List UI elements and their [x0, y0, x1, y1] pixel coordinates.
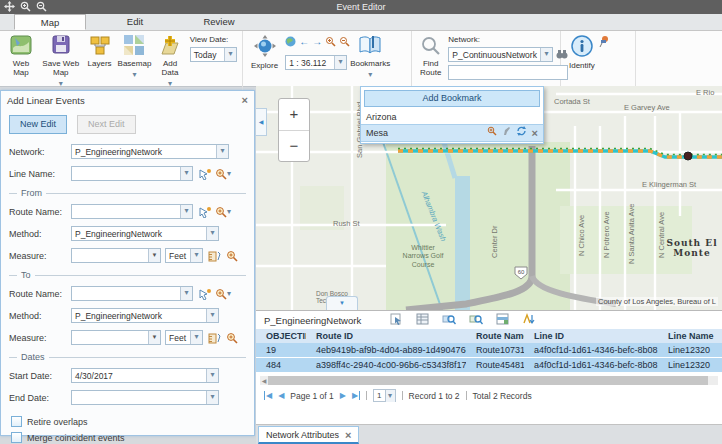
page-text: Page 1 of 1	[290, 391, 333, 401]
select-route-icon[interactable]	[197, 205, 211, 218]
bookmark-zoom-icon[interactable]	[487, 126, 497, 140]
zoom-in-icon[interactable]	[20, 1, 31, 12]
tab-review[interactable]: Review	[184, 14, 254, 30]
table-row[interactable]: 484 a398ff4c-2940-4c00-96b6-c5343f8f1711…	[256, 358, 722, 372]
bookmark-refresh-icon[interactable]	[516, 126, 527, 140]
page-select[interactable]: 1	[373, 389, 395, 402]
column-header[interactable]: Line Name	[658, 329, 722, 343]
street-label: E Klingerman St	[642, 180, 696, 189]
caret-icon	[190, 331, 202, 344]
explore-button[interactable]: Explore	[248, 33, 281, 71]
panel-network-select[interactable]: P_EngineeringNetwork	[71, 144, 229, 159]
app-title: Event Editor	[0, 0, 722, 14]
save-web-map-button[interactable]: Save Web Map	[37, 33, 85, 91]
column-header[interactable]: OBJECTID	[256, 329, 306, 343]
map-view[interactable]: 60 Del Mar Ave San Gabriel Blvd Rush St …	[256, 86, 722, 310]
horizontal-scrollbar[interactable]	[260, 376, 718, 385]
new-edit-button[interactable]: New Edit	[9, 115, 67, 134]
retire-overlaps-checkbox[interactable]	[11, 416, 22, 427]
prev-page-icon[interactable]	[278, 391, 284, 400]
sort-add-icon[interactable]	[522, 313, 535, 327]
select-route-icon[interactable]	[197, 287, 211, 300]
add-bookmark-button[interactable]: Add Bookmark	[364, 90, 540, 107]
tab-network-attributes[interactable]: Network Attributes	[258, 426, 359, 444]
column-header[interactable]: Route Name	[466, 329, 524, 343]
globe-icon[interactable]	[285, 36, 296, 49]
to-measure-input[interactable]	[71, 330, 161, 345]
ribbon-zoom-in-icon[interactable]	[325, 36, 336, 49]
web-map-button[interactable]: Web Map	[5, 33, 37, 78]
zoom-to-selection-icon[interactable]	[442, 313, 456, 327]
table-header-row: OBJECTID Route ID Route Name Line ID Lin…	[256, 329, 722, 343]
zoom-out-icon[interactable]	[36, 1, 47, 12]
bookmarks-button[interactable]: Bookmarks	[347, 33, 393, 82]
street-label: E Rio	[696, 88, 714, 97]
merge-coincident-label: Merge coincident events	[27, 433, 125, 443]
next-page-icon[interactable]	[340, 391, 346, 400]
forward-extent-icon[interactable]: →	[312, 37, 322, 47]
from-route-name-select[interactable]	[71, 204, 193, 219]
route-input[interactable]	[448, 65, 568, 80]
bookmark-pan-icon[interactable]	[502, 126, 511, 140]
street-label: Cortada St	[554, 97, 590, 106]
pushpin-icon[interactable]	[598, 35, 610, 49]
line-zoom-icon[interactable]	[215, 168, 231, 180]
line-name-select[interactable]	[71, 166, 193, 181]
measure-ruler-icon[interactable]	[207, 249, 221, 262]
to-measure-zoom-icon[interactable]	[225, 331, 239, 344]
merge-coincident-checkbox[interactable]	[11, 432, 22, 443]
bookmark-item-mesa[interactable]: Mesa	[361, 124, 543, 142]
add-data-button[interactable]: Add Data	[154, 33, 185, 91]
network-select[interactable]: P_ContinuousNetwork	[448, 47, 553, 62]
select-line-icon[interactable]	[197, 167, 211, 180]
tab-edit[interactable]: Edit	[100, 14, 170, 30]
panel-close-icon[interactable]	[242, 94, 248, 106]
from-measure-input[interactable]	[71, 248, 161, 263]
collapse-table-icon[interactable]	[326, 296, 358, 310]
to-units-select[interactable]: Feet	[165, 330, 203, 345]
attribute-table-panel: P_EngineeringNetwork OBJECTID Route ID R…	[256, 310, 722, 424]
first-page-icon[interactable]	[264, 391, 272, 400]
tab-map[interactable]: Map	[14, 14, 86, 30]
to-route-name-select[interactable]	[71, 286, 193, 301]
measure-ruler-icon[interactable]	[207, 331, 221, 344]
from-method-select[interactable]: P_EngineeringNetwork	[71, 226, 219, 241]
to-route-zoom-icon[interactable]	[215, 288, 231, 300]
basemap-button[interactable]: Basemap	[115, 33, 155, 82]
show-selected-icon[interactable]	[496, 313, 509, 327]
layers-button[interactable]: Layers	[85, 33, 115, 69]
bookmark-item-arizona[interactable]: Arizona	[361, 110, 543, 124]
column-header[interactable]: Route ID	[306, 329, 466, 343]
scrollbar-thumb[interactable]	[268, 376, 708, 385]
from-route-zoom-icon[interactable]	[215, 206, 231, 218]
scroll-left-icon[interactable]	[260, 377, 268, 384]
to-method-label: Method:	[9, 311, 67, 321]
map-zoom-out-button[interactable]: −	[279, 131, 309, 162]
back-extent-icon[interactable]: ←	[299, 37, 309, 47]
view-date-caret-icon	[224, 48, 236, 61]
scale-select[interactable]: 1 : 36.112	[285, 55, 347, 70]
end-date-select[interactable]	[71, 390, 219, 405]
identify-button[interactable]: Identify	[566, 33, 598, 71]
collapse-panel-icon[interactable]	[256, 108, 267, 136]
bookmark-delete-icon[interactable]	[532, 126, 538, 141]
caret-icon	[180, 287, 192, 300]
find-route-button[interactable]: Find Route	[417, 35, 444, 78]
caret-icon	[180, 205, 192, 218]
to-method-select[interactable]: P_EngineeringNetwork	[71, 308, 219, 323]
tab-close-icon[interactable]	[345, 429, 351, 441]
from-measure-zoom-icon[interactable]	[225, 249, 239, 262]
select-records-icon[interactable]	[390, 313, 403, 327]
start-date-select[interactable]: 4/30/2017	[71, 368, 219, 383]
column-header[interactable]: Line ID	[524, 329, 658, 343]
last-page-icon[interactable]	[352, 391, 360, 400]
view-date-select[interactable]: Today	[190, 47, 237, 62]
map-zoom-in-button[interactable]: +	[279, 99, 309, 131]
table-icon[interactable]	[416, 313, 429, 327]
dates-section-legend: Dates	[9, 352, 246, 362]
pan-icon[interactable]	[4, 1, 15, 12]
pan-to-selection-icon[interactable]	[469, 313, 483, 327]
from-units-select[interactable]: Feet	[165, 248, 203, 263]
next-edit-button[interactable]: Next Edit	[77, 115, 136, 134]
table-row[interactable]: 19 4eb9419b-af9b-4d04-ab89-1d490476802b …	[256, 343, 722, 357]
